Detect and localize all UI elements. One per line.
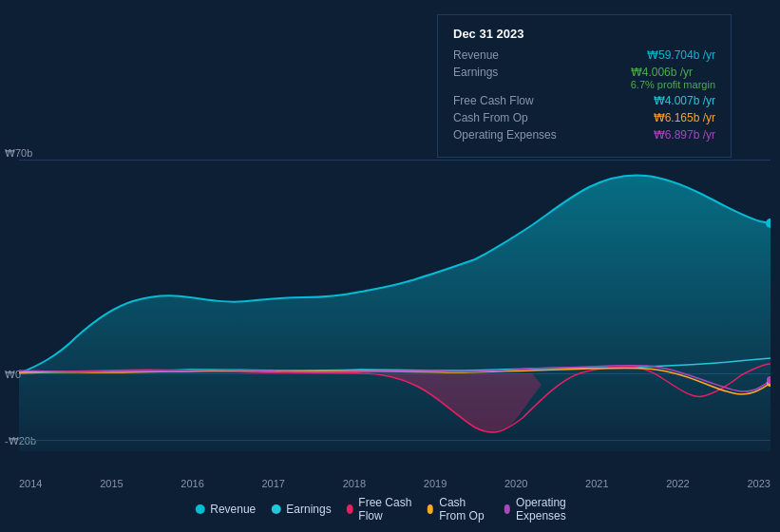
- x-label-2018: 2018: [343, 478, 366, 489]
- tooltip-label-fcf: Free Cash Flow: [453, 94, 534, 107]
- legend-label-revenue: Revenue: [210, 503, 256, 516]
- tooltip-value-opex: ₩6.897b /yr: [654, 128, 715, 142]
- tooltip-row-fcf: Free Cash Flow ₩4.007b /yr: [453, 94, 715, 107]
- chart-container: Dec 31 2023 Revenue ₩59.704b /yr Earning…: [0, 0, 780, 532]
- x-axis-labels: 2014 2015 2016 2017 2018 2019 2020 2021 …: [19, 478, 770, 489]
- legend-label-earnings: Earnings: [286, 503, 331, 516]
- legend: Revenue Earnings Free Cash Flow Cash Fro…: [195, 496, 585, 522]
- tooltip-row-opex: Operating Expenses ₩6.897b /yr: [453, 128, 715, 142]
- x-label-2015: 2015: [100, 478, 123, 489]
- tooltip-value-earnings: ₩4.006b /yr: [631, 66, 715, 79]
- legend-item-cashfromop[interactable]: Cash From Op: [428, 496, 489, 522]
- x-label-2020: 2020: [504, 478, 527, 489]
- legend-dot-revenue: [195, 504, 204, 514]
- legend-dot-opex: [504, 504, 510, 514]
- x-label-2023: 2023: [747, 478, 770, 489]
- tooltip-label-cashfromop: Cash From Op: [453, 111, 528, 124]
- tooltip-row-cashfromop: Cash From Op ₩6.165b /yr: [453, 111, 715, 124]
- x-label-2021: 2021: [585, 478, 608, 489]
- tooltip-label-earnings: Earnings: [453, 66, 498, 90]
- legend-item-revenue[interactable]: Revenue: [195, 503, 256, 516]
- tooltip-value-cashfromop: ₩6.165b /yr: [654, 111, 715, 124]
- revenue-area: [19, 176, 770, 452]
- tooltip-row-revenue: Revenue ₩59.704b /yr: [453, 48, 715, 62]
- tooltip-label-revenue: Revenue: [453, 48, 499, 62]
- legend-item-opex[interactable]: Operating Expenses: [504, 496, 584, 522]
- tooltip-date: Dec 31 2023: [453, 27, 715, 41]
- x-label-2017: 2017: [261, 478, 284, 489]
- x-label-2014: 2014: [19, 478, 42, 489]
- tooltip-value-fcf: ₩4.007b /yr: [654, 94, 715, 107]
- legend-item-fcf[interactable]: Free Cash Flow: [347, 496, 412, 522]
- legend-dot-earnings: [271, 504, 280, 514]
- legend-dot-fcf: [347, 504, 353, 514]
- legend-dot-cashfromop: [428, 504, 434, 514]
- legend-label-fcf: Free Cash Flow: [358, 496, 411, 522]
- tooltip-profit-margin: 6.7% profit margin: [631, 79, 715, 90]
- tooltip-value-revenue: ₩59.704b /yr: [647, 48, 715, 62]
- legend-label-opex: Operating Expenses: [516, 496, 585, 522]
- chart-svg: [19, 147, 770, 451]
- legend-label-cashfromop: Cash From Op: [439, 496, 488, 522]
- tooltip-earnings-group: ₩4.006b /yr 6.7% profit margin: [631, 66, 715, 90]
- tooltip: Dec 31 2023 Revenue ₩59.704b /yr Earning…: [437, 14, 732, 158]
- tooltip-label-opex: Operating Expenses: [453, 128, 557, 142]
- x-label-2022: 2022: [666, 478, 689, 489]
- x-label-2016: 2016: [181, 478, 203, 489]
- legend-item-earnings[interactable]: Earnings: [271, 503, 331, 516]
- x-label-2019: 2019: [424, 478, 447, 489]
- tooltip-row-earnings: Earnings ₩4.006b /yr 6.7% profit margin: [453, 66, 715, 90]
